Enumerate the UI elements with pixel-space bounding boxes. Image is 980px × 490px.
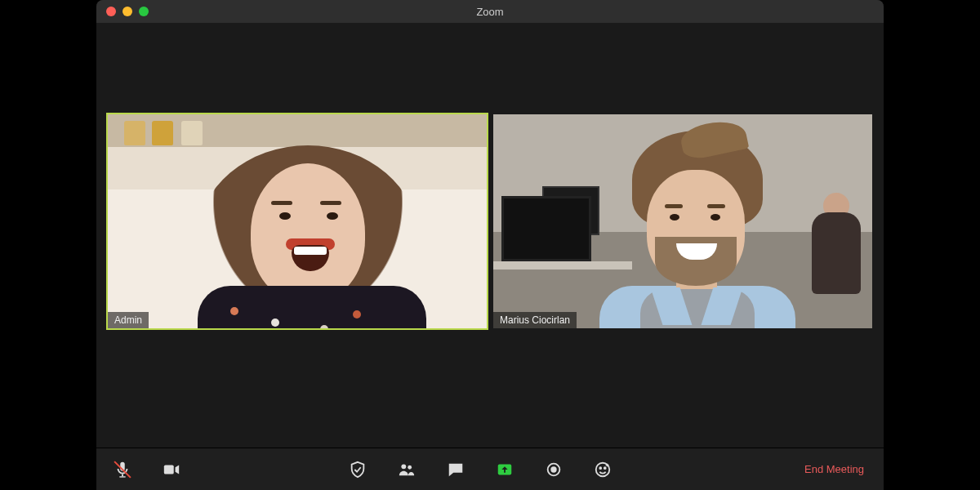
window-traffic-lights bbox=[106, 7, 149, 16]
participant-tile[interactable]: Marius Ciocirlan bbox=[493, 114, 872, 328]
svg-point-10 bbox=[604, 467, 606, 469]
end-meeting-button[interactable]: End Meeting bbox=[798, 458, 871, 480]
security-button[interactable] bbox=[345, 457, 371, 483]
svg-point-9 bbox=[599, 467, 601, 469]
window-minimize-button[interactable] bbox=[122, 7, 132, 16]
mute-button[interactable] bbox=[109, 457, 136, 483]
chat-icon bbox=[447, 461, 465, 479]
participants-icon bbox=[398, 461, 416, 479]
svg-rect-2 bbox=[164, 465, 174, 474]
zoom-window: Zoom Admin bbox=[96, 0, 884, 490]
share-screen-icon bbox=[496, 461, 514, 479]
record-button[interactable] bbox=[541, 457, 567, 483]
svg-rect-0 bbox=[122, 474, 123, 476]
meeting-toolbar: End Meeting bbox=[96, 448, 884, 490]
chat-button[interactable] bbox=[443, 457, 469, 483]
participant-video bbox=[493, 114, 872, 328]
participant-video bbox=[108, 114, 487, 328]
gallery-view: Admin Marius Ciocirlan bbox=[108, 114, 872, 328]
participants-button[interactable] bbox=[394, 457, 420, 483]
window-fullscreen-button[interactable] bbox=[139, 7, 149, 16]
titlebar: Zoom bbox=[96, 0, 884, 23]
window-title: Zoom bbox=[96, 6, 884, 18]
share-screen-button[interactable] bbox=[492, 457, 518, 483]
video-button[interactable] bbox=[158, 457, 185, 483]
video-camera-icon bbox=[163, 461, 180, 479]
record-icon bbox=[545, 461, 563, 479]
participant-name-label: Marius Ciocirlan bbox=[493, 312, 577, 328]
reactions-button[interactable] bbox=[590, 457, 616, 483]
shield-icon bbox=[349, 461, 367, 479]
svg-point-3 bbox=[401, 464, 406, 469]
svg-rect-1 bbox=[119, 476, 125, 477]
svg-point-4 bbox=[408, 465, 412, 469]
participant-name-label: Admin bbox=[108, 312, 149, 328]
svg-point-7 bbox=[551, 467, 556, 472]
participant-tile[interactable]: Admin bbox=[108, 114, 487, 328]
window-close-button[interactable] bbox=[106, 7, 116, 16]
video-area: Admin Marius Ciocirlan bbox=[96, 23, 884, 448]
reactions-icon bbox=[594, 461, 612, 479]
